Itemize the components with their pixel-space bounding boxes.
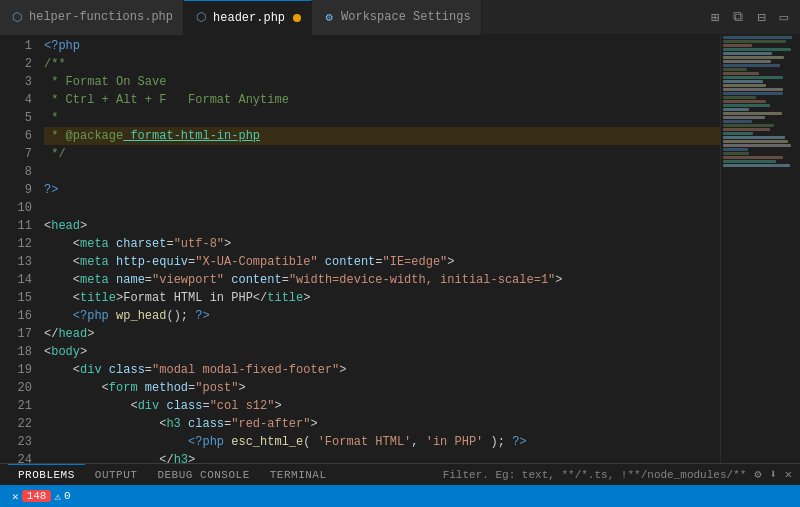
panel-icon[interactable]: ▭ xyxy=(776,7,792,28)
line-number: 16 xyxy=(0,307,32,325)
token: class xyxy=(102,361,145,379)
code-line: <?php xyxy=(44,37,720,55)
token: "col s12" xyxy=(210,397,275,415)
panel-tab-debug[interactable]: DEBUG CONSOLE xyxy=(147,464,259,486)
token: = xyxy=(166,235,173,253)
code-line: * Format On Save xyxy=(44,73,720,91)
code-line: <meta http-equiv="X-UA-Compatible" conte… xyxy=(44,253,720,271)
token: * Ctrl + Alt + F Format Anytime xyxy=(44,91,289,109)
token: > xyxy=(87,325,94,343)
panel-tab-output[interactable]: OUTPUT xyxy=(85,464,148,486)
error-count: 148 xyxy=(22,490,52,502)
code-line: </h3> xyxy=(44,451,720,463)
filter-text: Filter. Eg: text, **/*.ts, !**/node_modu… xyxy=(443,469,747,481)
line-number: 7 xyxy=(0,145,32,163)
minimap-line xyxy=(723,152,749,155)
token: > xyxy=(188,451,195,463)
token: class xyxy=(181,415,224,433)
token: name xyxy=(109,271,145,289)
minimap-line xyxy=(723,164,790,167)
token: meta xyxy=(80,235,109,253)
line-number: 1 xyxy=(0,37,32,55)
tab-header[interactable]: ⬡ header.php xyxy=(184,0,312,35)
code-line: * @package format-html-in-php xyxy=(44,127,720,145)
status-errors[interactable]: ✕ 148 ⚠ 0 xyxy=(8,485,75,507)
filter-settings-icon[interactable]: ⚙ xyxy=(754,467,761,482)
code-line: */ xyxy=(44,145,720,163)
token: ?> xyxy=(512,433,526,451)
close-panel-icon[interactable]: ✕ xyxy=(785,467,792,482)
tab-helper[interactable]: ⬡ helper-functions.php xyxy=(0,0,184,35)
minimap-line xyxy=(723,132,753,135)
token: = xyxy=(145,361,152,379)
token: esc_html_e xyxy=(224,433,303,451)
minimap-line xyxy=(723,116,765,119)
minimap-line xyxy=(723,140,788,143)
token: < xyxy=(44,361,80,379)
code-line: <title>Format HTML in PHP</title> xyxy=(44,289,720,307)
panel-tab-terminal[interactable]: TERMINAL xyxy=(260,464,337,486)
minimap-line xyxy=(723,136,785,139)
code-line: /** xyxy=(44,55,720,73)
token: "width=device-width, initial-scale=1" xyxy=(289,271,555,289)
code-line: * xyxy=(44,109,720,127)
token: meta xyxy=(80,271,109,289)
layout-icon[interactable]: ⊟ xyxy=(753,7,769,28)
php-icon-2: ⬡ xyxy=(194,11,208,25)
minimap-line xyxy=(723,76,783,79)
token: head xyxy=(51,217,80,235)
code-line: * Ctrl + Alt + F Format Anytime xyxy=(44,91,720,109)
line-number: 10 xyxy=(0,199,32,217)
split-editor-icon[interactable]: ⧉ xyxy=(729,7,747,27)
token: = xyxy=(188,379,195,397)
token: > xyxy=(238,379,245,397)
minimap-line xyxy=(723,156,783,159)
token: < xyxy=(44,397,138,415)
line-number: 24 xyxy=(0,451,32,463)
token: <?php xyxy=(73,307,109,325)
token: 'in PHP' xyxy=(426,433,484,451)
token: h3 xyxy=(174,451,188,463)
token: * xyxy=(44,109,58,127)
tab-bar: ⬡ helper-functions.php ⬡ header.php ⚙ Wo… xyxy=(0,0,800,35)
line-number: 15 xyxy=(0,289,32,307)
token: Format HTML in PHP xyxy=(123,289,253,307)
token: ?> xyxy=(195,307,209,325)
token: /** xyxy=(44,55,66,73)
tab-workspace-label: Workspace Settings xyxy=(341,10,471,24)
minimap-line xyxy=(723,100,766,103)
code-line: <head> xyxy=(44,217,720,235)
token: > xyxy=(555,271,562,289)
line-number: 20 xyxy=(0,379,32,397)
token: 'Format HTML' xyxy=(318,433,412,451)
code-line: <body> xyxy=(44,343,720,361)
minimap-line xyxy=(723,44,752,47)
token: h3 xyxy=(166,415,180,433)
panel-tab-problems[interactable]: PROBLEMS xyxy=(8,464,85,486)
token: "modal modal-fixed-footer" xyxy=(152,361,339,379)
minimap-line xyxy=(723,120,752,123)
code-line: </head> xyxy=(44,325,720,343)
remote-icon[interactable]: ⊞ xyxy=(707,7,723,28)
collapse-icon[interactable]: ⬇ xyxy=(770,467,777,482)
line-numbers: 1234567891011121314151617181920212223242… xyxy=(0,35,40,463)
token: "X-UA-Compatible" xyxy=(195,253,317,271)
token: < xyxy=(44,271,80,289)
token xyxy=(44,307,73,325)
token: "post" xyxy=(195,379,238,397)
token: "utf-8" xyxy=(174,235,224,253)
minimap-line xyxy=(723,48,791,51)
token: */ xyxy=(44,145,66,163)
minimap-line xyxy=(723,88,783,91)
minimap-line xyxy=(723,160,776,163)
code-content[interactable]: <?php/** * Format On Save * Ctrl + Alt +… xyxy=(40,35,720,463)
tab-workspace[interactable]: ⚙ Workspace Settings xyxy=(312,0,482,35)
token: < xyxy=(44,235,80,253)
token: title xyxy=(267,289,303,307)
code-line: ?> xyxy=(44,181,720,199)
minimap-line xyxy=(723,56,784,59)
token: format-html-in-php xyxy=(123,127,260,145)
editor-main: 1234567891011121314151617181920212223242… xyxy=(0,35,720,463)
token: content xyxy=(224,271,282,289)
code-line: <div class="modal modal-fixed-footer"> xyxy=(44,361,720,379)
